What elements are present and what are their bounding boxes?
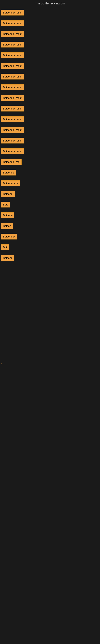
bottleneck-result-badge[interactable]: Bottleneck res xyxy=(1,159,22,165)
bottleneck-row: Bottleneck result xyxy=(0,114,100,125)
bottleneck-row: Bottleneck re xyxy=(0,178,100,189)
bottleneck-result-badge[interactable]: Bottl xyxy=(1,202,10,208)
bottleneck-result-badge[interactable]: Bott xyxy=(1,244,9,250)
bottleneck-result-badge[interactable]: Bottleneck re xyxy=(1,180,20,186)
bottleneck-row: Bott xyxy=(0,242,100,253)
site-title-text: TheBottlenecker.com xyxy=(35,2,65,5)
bottleneck-result-badge[interactable]: Bottleneck result xyxy=(1,127,24,133)
bottleneck-row: Bottlene xyxy=(0,253,100,264)
bottleneck-row: Bottleneck res xyxy=(0,157,100,168)
bottleneck-result-badge[interactable]: Bottleneck result xyxy=(1,95,24,101)
bottleneck-row: Bottleneck result xyxy=(0,18,100,29)
bottleneck-row: Bottleneck result xyxy=(0,125,100,136)
bottleneck-row: Bottlene xyxy=(0,189,100,200)
bottleneck-row: Bottleneck result xyxy=(0,93,100,104)
bottleneck-result-badge[interactable]: Bottleneck xyxy=(1,234,17,240)
small-axis-label: 0 xyxy=(0,363,2,364)
bottleneck-result-badge[interactable]: Bottleneck result xyxy=(1,74,24,80)
bottleneck-result-badge[interactable]: Bottleneck result xyxy=(1,148,24,154)
bottleneck-row: Bottleneck result xyxy=(0,82,100,93)
bottleneck-row: Bottleneck result xyxy=(0,50,100,61)
bottleneck-result-badge[interactable]: Bottleneck result xyxy=(1,63,24,69)
bottleneck-row: Bottleneck result xyxy=(0,8,100,18)
bottleneck-result-badge[interactable]: Bottleneck result xyxy=(1,20,24,26)
site-title: TheBottlenecker.com xyxy=(0,0,100,8)
bottleneck-result-badge[interactable]: Bottlenec xyxy=(1,170,16,176)
bottleneck-row: Bottleneck result xyxy=(0,146,100,157)
bottleneck-result-badge[interactable]: Bottleneck result xyxy=(1,10,24,16)
bottleneck-result-badge[interactable]: Bottleneck result xyxy=(1,84,24,90)
bottleneck-result-badge[interactable]: Bottleneck result xyxy=(1,138,24,144)
bottleneck-result-badge[interactable]: Bottleneck result xyxy=(1,52,24,58)
bottleneck-row: Bottleneck result xyxy=(0,61,100,72)
bottleneck-result-badge[interactable]: Bottleneck result xyxy=(1,42,24,48)
bottleneck-row: Bottleneck result xyxy=(0,136,100,146)
bottleneck-row: Bottleneck result xyxy=(0,29,100,40)
bottleneck-result-badge[interactable]: Bottlene xyxy=(1,191,15,197)
bottleneck-row: Bottlen xyxy=(0,221,100,232)
bottleneck-result-badge[interactable]: Bottlen xyxy=(1,223,13,229)
bottleneck-result-badge[interactable]: Bottleneck result xyxy=(1,31,24,37)
bottleneck-row: Bottleneck result xyxy=(0,104,100,114)
bottleneck-row: Bottlene xyxy=(0,210,100,221)
bottleneck-result-badge[interactable]: Bottleneck result xyxy=(1,106,24,112)
bottleneck-row: Bottl xyxy=(0,200,100,210)
bottleneck-result-badge[interactable]: Bottlene xyxy=(1,212,14,218)
bottleneck-row: Bottleneck xyxy=(0,232,100,242)
bottleneck-row: Bottlenec xyxy=(0,168,100,178)
bottleneck-row: Bottleneck result xyxy=(0,40,100,50)
bottleneck-result-badge[interactable]: Bottlene xyxy=(1,255,14,261)
bottleneck-row: Bottleneck result xyxy=(0,72,100,82)
bottleneck-result-badge[interactable]: Bottleneck result xyxy=(1,116,24,122)
